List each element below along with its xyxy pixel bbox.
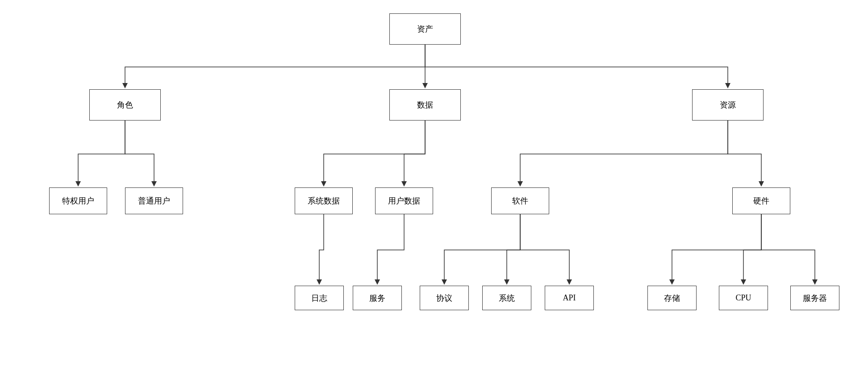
node-jiaose: 角色 bbox=[89, 89, 161, 121]
node-xieyi: 协议 bbox=[420, 286, 469, 310]
node-rizhi: 日志 bbox=[295, 286, 344, 310]
node-fuwuqi: 服务器 bbox=[790, 286, 839, 310]
node-cunchu: 存储 bbox=[647, 286, 697, 310]
node-yonghushuju: 用户数据 bbox=[375, 187, 433, 214]
tree-diagram: 资产角色数据资源特权用户普通用户系统数据用户数据软件硬件日志服务协议系统API存… bbox=[0, 0, 868, 391]
node-yingjian: 硬件 bbox=[732, 187, 790, 214]
node-fuwu: 服务 bbox=[353, 286, 402, 310]
node-root: 资产 bbox=[389, 13, 461, 45]
node-xitong: 系统 bbox=[482, 286, 531, 310]
node-api: API bbox=[545, 286, 594, 310]
node-putong: 普通用户 bbox=[125, 187, 183, 214]
node-ruanjian: 软件 bbox=[491, 187, 549, 214]
node-cpu: CPU bbox=[719, 286, 768, 310]
node-shuju: 数据 bbox=[389, 89, 461, 121]
node-xitongshuju: 系统数据 bbox=[295, 187, 353, 214]
node-ziyuan: 资源 bbox=[692, 89, 764, 121]
node-tequan: 特权用户 bbox=[49, 187, 107, 214]
